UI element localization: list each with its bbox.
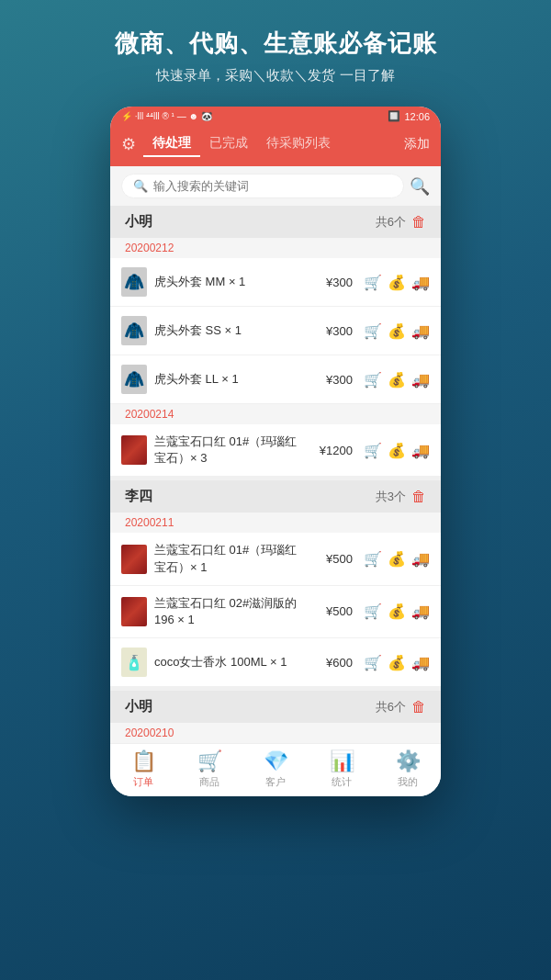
customer-count: 共6个 🗑 [376,699,426,715]
products-label: 商品 [199,775,219,789]
order-item: 🧥 虎头外套 MM × 1 ¥300 🛒 💰 🚚 [110,258,441,307]
search-icon: 🔍 [133,179,148,193]
payment-icon[interactable]: 💰 [388,371,406,389]
item-price: ¥300 [305,373,353,387]
customer-header-xiaoming-2: 小明 共6个 🗑 [110,691,441,723]
nav-item-mine[interactable]: ⚙️ 我的 [375,749,441,789]
tab-purchase-list[interactable]: 待采购列表 [257,131,340,157]
carrier-icons: ⚡ ·lll ⁴⁴lll ® ¹ — ☻ 🐼 [121,111,212,121]
item-name: 虎头外套 LL × 1 [154,371,298,388]
time: 12:06 [404,111,430,122]
date-label-20200211: 20200211 [110,513,441,533]
nav-tabs: 待处理 已完成 待采购列表 [143,131,404,157]
customer-count: 共3个 🗑 [376,489,426,505]
cart-icon[interactable]: 🛒 [364,603,382,620]
customer-name: 小明 [125,213,152,231]
cart-icon[interactable]: 🛒 [364,442,382,459]
delete-customer-icon[interactable]: 🗑 [411,699,426,715]
delete-customer-icon[interactable]: 🗑 [411,489,426,505]
delivery-icon[interactable]: 🚚 [411,654,430,671]
order-item: 🧥 虎头外套 SS × 1 ¥300 🛒 💰 🚚 [110,307,441,355]
payment-icon[interactable]: 💰 [388,654,406,671]
payment-icon[interactable]: 💰 [388,550,406,568]
customer-header-xiaoming-1: 小明 共6个 🗑 [110,206,441,238]
date-label-20200210: 20200210 [110,723,441,743]
item-name: 虎头外套 MM × 1 [154,274,298,290]
tab-pending[interactable]: 待处理 [143,131,200,157]
customer-name: 小明 [125,698,152,715]
order-item: 兰蔻宝石口红 01#（玛瑙红宝石）× 3 ¥1200 🛒 💰 🚚 [110,424,441,477]
add-button[interactable]: 添加 [404,136,430,152]
bottom-nav: 📋 订单 🛒 商品 💎 客户 📊 统计 ⚙️ 我的 [110,743,441,796]
cart-icon[interactable]: 🛒 [364,274,382,291]
item-thumbnail: 🧥 [121,316,147,345]
orders-icon: 📋 [131,749,156,773]
delivery-icon[interactable]: 🚚 [411,322,430,340]
order-item: 🧥 虎头外套 LL × 1 ¥300 🛒 💰 🚚 [110,355,441,404]
nav-item-orders[interactable]: 📋 订单 [110,749,176,789]
item-thumbnail: 🧥 [121,365,147,394]
battery-icon: 🔲 [388,110,400,122]
item-thumbnail: 🧥 [121,267,147,297]
products-icon: 🛒 [197,749,222,773]
delivery-icon[interactable]: 🚚 [411,550,430,568]
order-item: 兰蔻宝石口红 01#（玛瑙红宝石）× 1 ¥500 🛒 💰 🚚 [110,533,441,585]
cart-icon[interactable]: 🛒 [364,550,382,568]
customers-icon: 💎 [264,749,288,773]
content-area: 小明 共6个 🗑 20200212 🧥 虎头外套 MM × 1 ¥300 🛒 💰… [110,206,441,743]
hero-title: 微商、代购、生意账必备记账 [115,28,437,60]
search-button[interactable]: 🔍 [410,176,430,197]
delivery-icon[interactable]: 🚚 [411,274,430,291]
customers-label: 客户 [265,775,286,789]
item-thumbnail: 🧴 [121,648,147,677]
item-price: ¥500 [305,552,353,566]
delivery-icon[interactable]: 🚚 [411,603,430,620]
item-actions: 🛒 💰 🚚 [364,550,430,568]
item-thumbnail [121,545,147,574]
delete-customer-icon[interactable]: 🗑 [411,214,426,231]
item-price: ¥600 [305,656,353,670]
status-left: ⚡ ·lll ⁴⁴lll ® ¹ — ☻ 🐼 [121,111,212,121]
cart-icon[interactable]: 🛒 [364,371,382,389]
tab-completed[interactable]: 已完成 [200,131,257,157]
nav-item-customers[interactable]: 💎 客户 [242,749,309,789]
date-label-20200214: 20200214 [110,404,441,424]
item-actions: 🛒 💰 🚚 [364,371,430,389]
payment-icon[interactable]: 💰 [388,442,406,459]
stats-icon: 📊 [330,749,354,773]
mine-label: 我的 [398,775,418,789]
nav-item-stats[interactable]: 📊 统计 [309,749,375,789]
search-input-wrap: 🔍 [121,174,404,198]
settings-icon[interactable]: ⚙ [121,134,136,154]
delivery-icon[interactable]: 🚚 [411,371,430,389]
payment-icon[interactable]: 💰 [388,274,406,291]
item-actions: 🛒 💰 🚚 [364,322,430,340]
item-actions: 🛒 💰 🚚 [364,442,430,459]
item-thumbnail [121,435,147,465]
item-name: 兰蔻宝石口红 01#（玛瑙红宝石）× 1 [154,542,298,575]
item-name: 兰蔻宝石口红 01#（玛瑙红宝石）× 3 [154,434,298,467]
item-actions: 🛒 💰 🚚 [364,274,430,291]
search-input[interactable] [153,179,392,193]
status-bar: ⚡ ·lll ⁴⁴lll ® ¹ — ☻ 🐼 🔲 12:06 [110,107,441,126]
payment-icon[interactable]: 💰 [388,322,406,340]
customer-name: 李四 [125,488,152,505]
customer-header-lisi: 李四 共3个 🗑 [110,480,441,513]
item-actions: 🛒 💰 🚚 [364,654,430,671]
item-name: 兰蔻宝石口红 02#滋润版的 196 × 1 [154,595,298,628]
nav-item-products[interactable]: 🛒 商品 [176,749,242,789]
item-price: ¥1200 [305,444,353,457]
order-item: 兰蔻宝石口红 02#滋润版的 196 × 1 ¥500 🛒 💰 🚚 [110,586,441,638]
phone-frame: ⚡ ·lll ⁴⁴lll ® ¹ — ☻ 🐼 🔲 12:06 ⚙ 待处理 已完成… [110,107,441,796]
customer-count: 共6个 🗑 [376,214,426,231]
search-bar: 🔍 🔍 [110,166,441,206]
mine-icon: ⚙️ [396,749,421,773]
payment-icon[interactable]: 💰 [388,603,406,620]
order-item: 🧴 coco女士香水 100ML × 1 ¥600 🛒 💰 🚚 [110,638,441,687]
cart-icon[interactable]: 🛒 [364,654,382,671]
delivery-icon[interactable]: 🚚 [411,442,430,459]
orders-label: 订单 [133,775,153,789]
cart-icon[interactable]: 🛒 [364,322,382,340]
item-price: ¥300 [305,276,353,289]
stats-label: 统计 [332,775,352,789]
